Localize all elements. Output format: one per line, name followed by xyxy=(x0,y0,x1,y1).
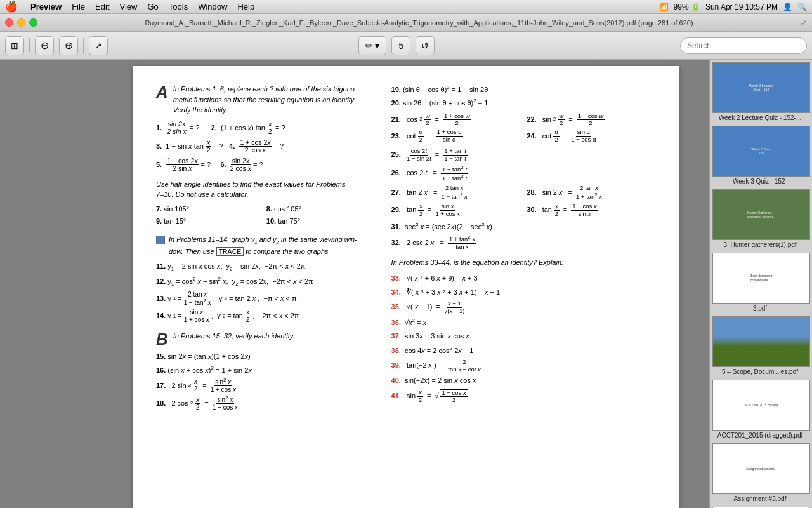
maximize-button[interactable] xyxy=(29,18,37,27)
annotate-button[interactable]: ✏ ▾ xyxy=(358,36,387,55)
section-a-letter: A xyxy=(156,84,168,100)
problems-21-24: 21. cos2 w 2 = 1 + cos w 2 22. sin2 xyxy=(391,113,656,144)
problem-17: 17. 2 sin2 x 2 = sin2 x 1 + cos x xyxy=(156,378,370,393)
search-input[interactable] xyxy=(680,37,807,54)
problems-11-14-text: In Problems 11–14, graph y1 and y2 in th… xyxy=(169,234,357,257)
titlebar: Raymond_A._Barnett,_Michael_R._Ziegler,_… xyxy=(0,14,812,32)
problem-31: 31. sec2 x = (sec 2x)(2 − sec2 x) xyxy=(391,221,656,232)
clock: Sun Apr 19 10:57 PM xyxy=(705,3,778,11)
problem-39: 39. tan(−2x) = 2 tan x − cot x xyxy=(391,359,656,373)
problem-38: 38. cos 4x = 2 cos2 2x − 1 xyxy=(391,345,656,356)
minimize-button[interactable] xyxy=(17,18,25,27)
problem-37: 37. sin 3x = 3 sin x cos x xyxy=(391,331,656,342)
zoom-out-button[interactable]: ⊖ xyxy=(35,36,54,55)
problem-13: 13. y1 = 2 tan x 1 − tan2 x , y2 = tan 2… xyxy=(156,291,370,306)
pdf-area[interactable]: A In Problems 1–6, replace each ? with o… xyxy=(0,60,812,508)
problem-11: 11. y1 = 2 sin x cos x, y2 = sin 2x, −2π… xyxy=(156,261,370,273)
problem-12: 12. y1 = cos2 x − sin2 x, y2 = cos 2x, −… xyxy=(156,276,370,288)
share-button[interactable]: ↗ xyxy=(89,36,108,55)
problem-3-4: 3. 1 − sin x tan x 2 = ? 4. 1 + cos 2x 2… xyxy=(156,139,370,154)
problem-15: 15. sin 2x = (tan x)(1 + cos 2x) xyxy=(156,351,370,362)
sidebar-item-4[interactable]: 3.pdf documentcontent here... 3.pdf xyxy=(712,253,808,313)
sidebar-item-7[interactable]: Assignment content... Assignment #3.pdf xyxy=(712,443,808,504)
problem-33: 33. √(x2 + 6x + 9) = x + 3 xyxy=(391,273,656,284)
window-title: Raymond_A._Barnett,_Michael_R._Ziegler,_… xyxy=(41,19,797,27)
problem-34: 34. ∛(x3 + 3x2 + 3x + 1) = x + 1 xyxy=(391,287,656,298)
section-b-text: In Problems 15–32, verify each identity. xyxy=(173,331,295,342)
problems-7-10: 7. sin 105° 8. cos 105° 9. tan 15° 10. t… xyxy=(156,204,370,227)
toolbar: ⊞ ⊖ ⊕ ↗ ✏ ▾ 5 ↺ xyxy=(0,32,812,60)
problem-41: 41. sin x 2 = √ 1 − cos x 2 xyxy=(391,389,656,404)
menu-window[interactable]: Window xyxy=(198,2,227,11)
section-a-text: In Problems 1–6, replace each ? with one… xyxy=(173,84,357,116)
user-icon: 👤 xyxy=(783,3,792,11)
graph-icon xyxy=(156,236,165,244)
apple-menu[interactable]: 🍎 xyxy=(5,1,18,13)
sidebar-item-6[interactable]: ACCT201 2015 content ACCT201_2015 (dragg… xyxy=(712,380,808,440)
zoom-in-button[interactable]: ⊕ xyxy=(59,36,78,55)
sidebar-toggle-button[interactable]: ⊞ xyxy=(5,36,24,55)
search-menubar-icon[interactable]: 🔍 xyxy=(797,3,807,11)
problem-19: 19. (sin θ − cos θ)2 = 1 − sin 2θ xyxy=(391,84,656,95)
problem-16: 16. (sin x + cos x)2 = 1 + sin 2x xyxy=(156,364,370,375)
menu-file[interactable]: File xyxy=(72,2,85,11)
problem-5-6: 5. 1 − cos 2x 2 sin x = ? 6. sin 2x 2 co… xyxy=(156,157,370,173)
menu-edit[interactable]: Edit xyxy=(95,2,109,11)
menubar: 🍎 Preview File Edit View Go Tools Window… xyxy=(0,0,812,14)
rotate-button[interactable]: ↺ xyxy=(416,36,435,55)
close-button[interactable] xyxy=(5,18,13,27)
menu-help[interactable]: Help xyxy=(237,2,254,11)
problem-26: 26. cos 2t = 1 − tan2 t 1 + tan2 t xyxy=(391,165,656,182)
problems-33-44-intro: In Problems 33–44, is the equation an id… xyxy=(391,257,656,269)
problem-1-2: 1. sin 2x 2 sin x = ? 2. (1 + cos x) tan… xyxy=(156,121,370,136)
half-angle-instruction: Use half-angle identities to find the ex… xyxy=(156,179,370,200)
resize-icon[interactable]: ⤢ xyxy=(801,18,807,27)
wifi-icon: 📶 xyxy=(659,3,669,11)
battery-icon: 99% 🔋 xyxy=(674,3,700,11)
main-layout: A In Problems 1–6, replace each ? with o… xyxy=(0,60,812,508)
app-name[interactable]: Preview xyxy=(30,2,62,11)
problem-32: 32. 2 csc 2x = 1 + tan2 x tan x xyxy=(391,235,656,250)
problem-35: 35. √(x − 1) = x − 1 √(x − 1) xyxy=(391,300,656,314)
problem-14: 14. y1 = sin x 1 + cos x , y2 = tan x 2 … xyxy=(156,309,370,323)
sidebar-item-2[interactable]: Week 3 Quiz152 Week 3 Quiz - 152- xyxy=(712,126,808,186)
sidebar: Week 2 LectureQuiz - 152 Week 2 Lecture … xyxy=(709,60,812,508)
section-b-letter: B xyxy=(156,331,168,347)
pdf-page: A In Problems 1–6, replace each ? with o… xyxy=(133,66,679,508)
problem-20: 20. sin 2θ = (sin θ + cos θ)2 − 1 xyxy=(391,97,656,109)
sidebar-item-1[interactable]: Week 2 LectureQuiz - 152 Week 2 Lecture … xyxy=(712,62,808,123)
problem-36: 36. √x2 = x xyxy=(391,317,656,328)
problem-25: 25. cos 2t 1 − sin 2t = 1 + tan t 1 − ta… xyxy=(391,148,656,162)
problems-27-28: 27. tan 2x = 2 tan x 1 − tan2 x 28. sin … xyxy=(391,185,656,217)
menubar-right: 📶 99% 🔋 Sun Apr 19 10:57 PM 👤 🔍 xyxy=(659,3,807,11)
menu-go[interactable]: Go xyxy=(147,2,158,11)
menu-tools[interactable]: Tools xyxy=(169,2,188,11)
sidebar-item-5[interactable]: 5 – Scope, Docum...les.pdf xyxy=(712,316,808,377)
sidebar-item-3[interactable]: Hunter Gatherersdocument content... 3. H… xyxy=(712,189,808,250)
problem-18: 18. 2 cos2 x 2 = sin2 x 1 − cos x xyxy=(156,396,370,411)
menu-view[interactable]: View xyxy=(120,2,138,11)
page-nav-button[interactable]: 5 xyxy=(391,36,410,55)
problem-40: 40. sin(−2x) = 2 sin x cos x xyxy=(391,375,656,387)
